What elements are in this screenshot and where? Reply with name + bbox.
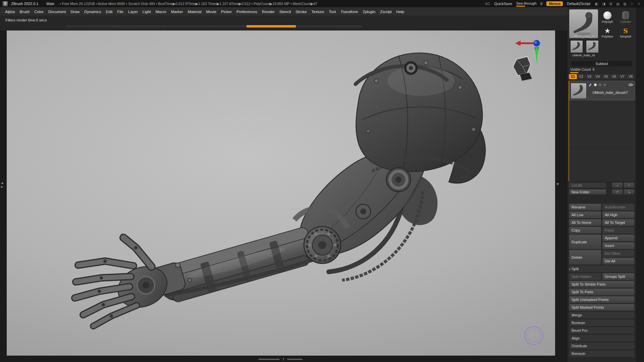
menu-item-stencil[interactable]: Stencil: [277, 10, 293, 14]
menu-item-movie[interactable]: Movie: [204, 10, 219, 14]
copy-button[interactable]: Copy: [569, 227, 601, 234]
distribute-section-header[interactable]: Distribute: [569, 342, 635, 350]
tool-cylinder[interactable]: Cylinder: [617, 9, 634, 23]
autoreorder-button[interactable]: AutoReorder: [602, 203, 635, 211]
polypaint-fill-icon[interactable]: [599, 83, 601, 86]
subtool-list-empty-area[interactable]: [569, 100, 635, 180]
menu-item-stroke[interactable]: Stroke: [293, 10, 309, 14]
collapse-right-tray-icon[interactable]: ◨: [601, 1, 606, 6]
tab-v3[interactable]: V3: [585, 74, 593, 79]
menu-item-macro[interactable]: Macro: [153, 10, 169, 14]
move-subtool-down-button[interactable]: ▼: [624, 182, 635, 188]
all-to-home-button[interactable]: All To Home: [569, 219, 601, 226]
layout-columns-icon[interactable]: ▥: [623, 1, 627, 6]
paste-button[interactable]: Paste: [602, 227, 635, 234]
move-out-of-folder-button[interactable]: ↳: [624, 189, 635, 195]
tab-v4[interactable]: V4: [594, 74, 602, 79]
visible-count[interactable]: Visible Count 6: [570, 67, 595, 71]
open-left-tray-icon[interactable]: ◀: [1, 182, 3, 185]
recent-tool-thumbnail[interactable]: [570, 40, 583, 53]
new-folder-button[interactable]: New Folder: [569, 189, 606, 195]
menu-item-texture[interactable]: Texture: [309, 10, 327, 14]
layout-grid-icon[interactable]: ▤: [615, 1, 620, 6]
split-to-parts-button[interactable]: Split To Parts: [569, 288, 635, 296]
tool-preview-thumbnail[interactable]: [509, 53, 535, 85]
recent-tool-thumbnail-2[interactable]: 2: [586, 40, 599, 53]
visible-count-slider[interactable]: [570, 72, 578, 73]
subtool-item-thumbnail[interactable]: [571, 83, 587, 99]
tool-polymesh[interactable]: ★ PolyMes: [599, 23, 616, 38]
duplicate-button[interactable]: Duplicate: [569, 234, 601, 249]
merge-section-header[interactable]: Merge: [569, 311, 635, 319]
visibility-eye-icon[interactable]: [628, 83, 633, 86]
tab-v7[interactable]: V7: [619, 74, 627, 79]
tab-v1[interactable]: V1: [569, 74, 577, 79]
tab-v5[interactable]: V5: [602, 74, 610, 79]
list-all-button[interactable]: List All: [569, 182, 606, 188]
menu-item-document[interactable]: Document: [46, 10, 68, 14]
polypaint-color-icon[interactable]: [594, 83, 597, 86]
menu-item-render[interactable]: Render: [260, 10, 277, 14]
bottom-scrollbar-right[interactable]: [287, 359, 303, 360]
split-to-similar-parts-button[interactable]: Split To Similar Parts: [569, 281, 635, 288]
right-tray-divider[interactable]: ◀: [555, 31, 568, 362]
split-section-header[interactable]: Split: [569, 265, 635, 273]
menu-item-color[interactable]: Color: [32, 10, 46, 14]
del-all-button[interactable]: Del All: [602, 257, 635, 265]
menu-item-tool[interactable]: Tool: [326, 10, 338, 14]
polypaint-brush-icon[interactable]: [588, 83, 592, 87]
menu-item-transform[interactable]: Transform: [338, 10, 360, 14]
document-viewport[interactable]: [7, 31, 555, 356]
insert-button[interactable]: Insert: [602, 242, 635, 249]
align-section-header[interactable]: Align: [569, 335, 635, 342]
bottom-scroll-arrows[interactable]: ▲▼: [282, 358, 284, 361]
left-tray-divider[interactable]: ◀ ▶: [1, 182, 3, 188]
bottom-scroll-handles[interactable]: ▲▼: [258, 358, 303, 361]
split-masked-points-button[interactable]: Split Masked Points: [569, 304, 635, 311]
quicksave-button[interactable]: QuickSave: [494, 2, 512, 6]
append-button[interactable]: Append: [602, 234, 635, 242]
window-maximize-icon[interactable]: □: [630, 1, 634, 6]
menu-item-preferences[interactable]: Preferences: [234, 10, 260, 14]
rename-button[interactable]: Rename: [569, 203, 601, 211]
close-left-tray-icon[interactable]: ▶: [1, 186, 3, 188]
current-tool-thumbnail[interactable]: UMesh_male_zb: [569, 9, 598, 39]
menu-item-file[interactable]: File: [115, 10, 126, 14]
delete-button[interactable]: Delete: [569, 250, 601, 265]
all-to-target-button[interactable]: All To Target: [602, 219, 635, 226]
split-hidden-button[interactable]: Split Hidden: [569, 273, 601, 280]
menu-item-help[interactable]: Help: [394, 10, 407, 14]
menu-item-layer[interactable]: Layer: [126, 10, 140, 14]
menus-button[interactable]: Menus: [546, 1, 563, 6]
move-into-folder-button[interactable]: ↱: [612, 189, 623, 195]
timeline-track[interactable]: [66, 25, 362, 27]
remesh-section-header[interactable]: Remesh: [569, 350, 635, 357]
menu-item-material[interactable]: Material: [185, 10, 204, 14]
all-high-button[interactable]: All High: [602, 211, 635, 219]
menu-item-draw[interactable]: Draw: [68, 10, 82, 14]
bottom-scrollbar-left[interactable]: [258, 359, 280, 360]
menu-item-picker[interactable]: Picker: [219, 10, 234, 14]
del-other-button[interactable]: Del Other: [602, 250, 635, 257]
see-through-slider[interactable]: See-through: [516, 1, 537, 6]
groups-split-button[interactable]: Groups Split: [602, 273, 635, 280]
menu-item-edit[interactable]: Edit: [104, 10, 115, 14]
menu-item-light[interactable]: Light: [140, 10, 153, 14]
tab-v2[interactable]: V2: [577, 74, 585, 79]
window-close-icon[interactable]: ×: [637, 1, 641, 6]
all-low-button[interactable]: All Low: [569, 211, 601, 219]
menu-item-alpha[interactable]: Alpha: [3, 10, 17, 14]
tab-v8[interactable]: V8: [627, 74, 635, 79]
menu-item-dynamics[interactable]: Dynamics: [82, 10, 103, 14]
menu-item-zplugin[interactable]: Zplugin: [360, 10, 378, 14]
menu-item-marker[interactable]: Marker: [169, 10, 185, 14]
menu-item-brush[interactable]: Brush: [17, 10, 32, 14]
tab-v6[interactable]: V6: [610, 74, 618, 79]
boolean-section-header[interactable]: Boolean: [569, 319, 635, 326]
collapse-right-tray-arrow-icon[interactable]: ◀: [556, 182, 558, 185]
timeline-active-segment[interactable]: [247, 25, 296, 27]
tool-polysphere[interactable]: PolySph: [599, 9, 616, 23]
tool-simplebrush[interactable]: S SimpleB: [617, 23, 634, 38]
uv-toggle-icon[interactable]: [603, 83, 606, 86]
move-subtool-up-button[interactable]: ▲: [612, 182, 623, 188]
